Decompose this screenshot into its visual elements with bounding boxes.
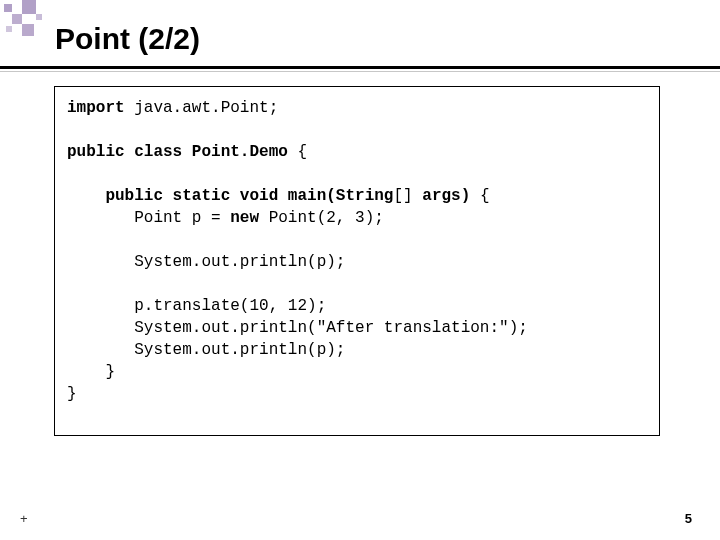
classname: Point.Demo (192, 143, 288, 161)
code-text: java.awt.Point; (125, 99, 279, 117)
code-text: [] (393, 187, 422, 205)
slide-title: Point (2/2) (55, 22, 200, 56)
code-text: System.out.println(p); (67, 253, 345, 271)
code-text: } (67, 363, 115, 381)
code-text: { (288, 143, 307, 161)
code-text: Point p = (67, 209, 230, 227)
kw-method-sig: public static void (67, 187, 288, 205)
kw-new: new (230, 209, 259, 227)
code-text: } (67, 385, 77, 403)
title-rule-thin (0, 71, 720, 72)
code-box: import java.awt.Point; public class Poin… (54, 86, 660, 436)
code-text: Point(2, 3); (259, 209, 384, 227)
title-rule-bold (0, 66, 720, 69)
code-text: System.out.println("After translation:")… (67, 319, 528, 337)
kw-public-class: public class (67, 143, 192, 161)
code-text: { (470, 187, 489, 205)
corner-decoration (0, 0, 60, 40)
code-text: p.translate(10, 12); (67, 297, 326, 315)
footer-plus: + (20, 511, 28, 526)
method-name: main(String (288, 187, 394, 205)
slide: Point (2/2) import java.awt.Point; publi… (0, 0, 720, 540)
param-name: args) (422, 187, 470, 205)
page-number: 5 (685, 511, 692, 526)
code-text: System.out.println(p); (67, 341, 345, 359)
kw-import: import (67, 99, 125, 117)
code-block: import java.awt.Point; public class Poin… (67, 97, 647, 405)
